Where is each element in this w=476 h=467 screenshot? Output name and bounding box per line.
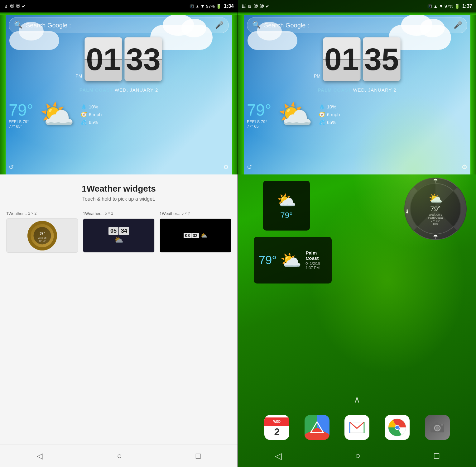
- circ-precip: 10%: [433, 222, 438, 226]
- right-drop-icon: 💧: [319, 104, 325, 110]
- right-back-button[interactable]: ◁: [275, 451, 282, 461]
- svg-text:37°: 37°: [40, 231, 45, 235]
- left-weather-icon: ⛅: [40, 98, 75, 131]
- right-refresh-icon[interactable]: ↺: [247, 163, 252, 171]
- right-vibrate-icon: 📳: [427, 4, 432, 8]
- gmail-svg: [349, 422, 365, 433]
- widget-item-3[interactable]: 1Weather... 5 × ? 03 32 ⛅: [160, 211, 231, 253]
- right-humidity-row: 💦 65%: [319, 119, 340, 125]
- widget-list: 1Weather... 2 × 2 37° Wed 25 43° 12°: [6, 211, 231, 253]
- left-main-temp: 79°: [9, 101, 33, 119]
- left-humidity-row: 💦 65%: [81, 119, 102, 125]
- circular-inner: ⛅ 79° Wed Jan 2Palm Coast 77° 65° 10%: [411, 184, 460, 234]
- chrome-svg: [388, 418, 406, 437]
- widget-item-1[interactable]: 1Weather... 2 × 2 37° Wed 25 43° 12°: [6, 211, 78, 253]
- right-humidity: 65%: [327, 120, 336, 125]
- right-hour-card: 01: [323, 37, 360, 81]
- right-weather-info: 79° FEELS 79° 77° 65° ⛅ 💧 10% 🧭 6 mph 💦 …: [247, 98, 467, 131]
- right-cloud-2: [248, 31, 297, 50]
- right-precip-row: 💧 10%: [319, 104, 340, 110]
- dock-calendar-icon[interactable]: WED 2: [264, 415, 289, 440]
- left-humidity: 65%: [89, 120, 98, 125]
- svg-point-22: [435, 426, 439, 430]
- left-back-button[interactable]: ◁: [37, 451, 43, 461]
- svg-text:☂: ☂: [433, 178, 438, 184]
- widget-thumb-3[interactable]: 03 32 ⛅: [160, 218, 231, 253]
- left-date: WED, JANUARY 2: [115, 87, 158, 93]
- left-recent-button[interactable]: □: [196, 451, 201, 461]
- right-wind-row: 🧭 6 mph: [319, 112, 340, 117]
- left-home-button[interactable]: ○: [117, 451, 122, 461]
- widget-item-2[interactable]: 1Weather... 5 × 2 05 34 ⛅: [83, 211, 155, 253]
- right-home-button[interactable]: ○: [355, 451, 361, 461]
- right-weather-icon: ⛅: [278, 98, 313, 131]
- signal-icon: ▲: [195, 4, 199, 8]
- right-nav-bar: ◁ ○ □: [238, 445, 476, 467]
- left-search-icon: 🔍: [14, 21, 23, 30]
- left-phone-panel: 🖥 Ⓜ Ⓜ ✔ 📳 ▲ ▼ 97% 🔋 1:34 🔍 Search Google…: [0, 0, 238, 467]
- mini-icon-3: ⛅: [200, 232, 207, 239]
- circular-bg: ☂ 🌡 ☂ ⛅ 79° Wed Jan 2Palm Coast 77° 65° …: [404, 178, 467, 240]
- dock-chrome-icon[interactable]: [385, 415, 410, 440]
- left-mic-icon[interactable]: 🎤: [215, 21, 224, 29]
- left-green-border-top: [0, 12, 238, 15]
- sw2-temp: 79°: [259, 254, 276, 267]
- mini-flip-hour: 05: [108, 227, 118, 235]
- widget-3-size: 5 × ?: [181, 211, 190, 216]
- right-search-icon: 🔍: [252, 21, 261, 30]
- circular-widget[interactable]: ☂ 🌡 ☂ ⛅ 79° Wed Jan 2Palm Coast 77° 65° …: [404, 178, 467, 240]
- right-settings-icon[interactable]: ⚙: [462, 163, 467, 171]
- right-dock: WED 2: [238, 410, 476, 445]
- small-widget-1[interactable]: ⛅ 79°: [263, 181, 310, 231]
- right-check-icon: ✔: [266, 4, 269, 9]
- right-minute-card: 35: [363, 37, 400, 81]
- chevron-up[interactable]: ∧: [354, 392, 360, 407]
- right-recent-button[interactable]: □: [434, 451, 439, 461]
- widget-1-size: 2 × 2: [28, 211, 36, 216]
- right-weather-widget: 🔍 Search Google : 🎤 PM 01 35 PALM COAST …: [238, 12, 476, 174]
- sw2-location: Palm Coast: [305, 250, 327, 261]
- drive-svg: [310, 421, 324, 434]
- circ-stats: 77° 65°: [431, 219, 440, 222]
- dock-drive-icon[interactable]: [305, 415, 329, 440]
- left-nav-bar: ◁ ○ □: [0, 445, 238, 467]
- svg-marker-12: [311, 422, 323, 432]
- left-cloud-2: [9, 31, 59, 50]
- right-signal-icon: ▲: [433, 4, 438, 9]
- widget-flip-preview: 05 34 ⛅: [83, 219, 154, 252]
- widget-3-label: 1Weather...: [160, 211, 180, 216]
- right-photo-icon: 🖼: [242, 4, 246, 8]
- wifi-icon: ▼: [200, 4, 205, 9]
- right-main-temp: 79°: [247, 101, 272, 119]
- right-search-bar[interactable]: 🔍 Search Google : 🎤: [247, 17, 467, 33]
- right-wifi-icon: ▼: [439, 4, 443, 9]
- sw1-temp: 79°: [280, 211, 292, 220]
- left-clock: PM 01 33: [76, 37, 162, 81]
- dock-camera-icon[interactable]: [425, 415, 450, 440]
- widget-thumb-2[interactable]: 05 34 ⛅: [83, 218, 155, 253]
- svg-rect-23: [435, 422, 438, 424]
- right-search-text: Search Google :: [264, 22, 454, 29]
- left-search-bar[interactable]: 🔍 Search Google : 🎤: [9, 17, 229, 33]
- sw1-weather-icon: ⛅: [277, 191, 296, 209]
- left-wind-row: 🧭 6 mph: [81, 112, 102, 117]
- svg-point-24: [441, 424, 443, 426]
- left-settings-icon[interactable]: ⚙: [223, 163, 229, 171]
- small-widget-2[interactable]: 79° ⛅ Palm Coast ⟳ 1/2/19 1:37 PM: [254, 237, 332, 284]
- left-green-border-right: [232, 12, 238, 174]
- vibrate-icon: 📳: [190, 4, 194, 8]
- monitor-icon: 🖥: [4, 4, 8, 9]
- camera-svg: [430, 421, 445, 434]
- right-temp-section: 79° FEELS 79° 77° 65°: [247, 101, 272, 129]
- widget-thumb-1[interactable]: 37° Wed 25 43° 12°: [6, 218, 78, 253]
- right-green-border-left: [238, 12, 244, 174]
- right-temp-range: 77° 65°: [247, 124, 272, 129]
- left-feels-like: FEELS 79°: [9, 119, 33, 124]
- left-temp-range: 77° 65°: [9, 124, 33, 129]
- dock-gmail-icon[interactable]: [344, 415, 369, 440]
- right-mic-icon[interactable]: 🎤: [454, 21, 462, 29]
- mini-weather-icon: ⛅: [114, 236, 123, 244]
- widget-circular-preview: 37° Wed 25 43° 12°: [27, 221, 57, 250]
- widget-compact-preview: 03 32 ⛅: [160, 219, 231, 252]
- left-refresh-icon[interactable]: ↺: [9, 163, 14, 171]
